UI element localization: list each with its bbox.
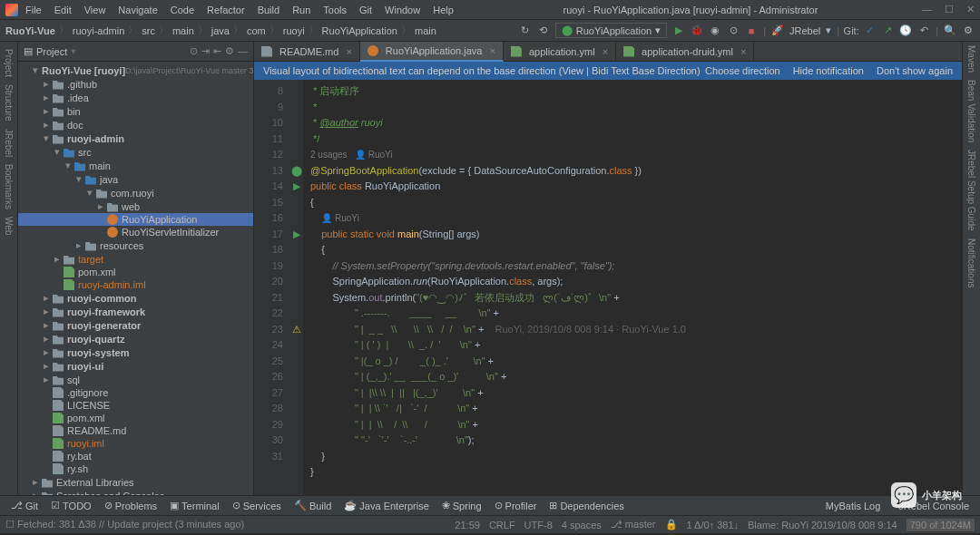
tree-node[interactable]: ▸web bbox=[18, 199, 253, 213]
status-lock-icon[interactable]: 🔒 bbox=[665, 519, 678, 530]
breadcrumb-item[interactable]: com bbox=[247, 25, 266, 36]
git-history-icon[interactable]: 🕓 bbox=[899, 24, 912, 37]
debug-icon[interactable]: 🐞 bbox=[691, 24, 703, 37]
breadcrumb-item[interactable]: RuoYiApplication bbox=[322, 25, 397, 36]
breadcrumb[interactable]: RuoYi-Vue〉ruoyi-admin〉src〉main〉java〉com〉… bbox=[5, 24, 436, 37]
git-icon[interactable]: Git: bbox=[845, 24, 858, 37]
tool-profiler[interactable]: ⊙Profiler bbox=[489, 498, 543, 513]
breadcrumb-item[interactable]: src bbox=[142, 25, 155, 36]
close-icon[interactable]: ✕ bbox=[966, 4, 975, 15]
menu-git[interactable]: Git bbox=[354, 3, 377, 17]
status-encoding[interactable]: UTF-8 bbox=[524, 520, 553, 530]
tab-application-druid.yml[interactable]: application-druid.yml× bbox=[616, 42, 754, 62]
close-tab-icon[interactable]: × bbox=[489, 45, 495, 56]
tree-node[interactable]: ruoyi-admin.iml bbox=[18, 278, 253, 291]
tree-node[interactable]: RuoYiApplication bbox=[18, 213, 253, 226]
menu-build[interactable]: Build bbox=[252, 3, 285, 17]
close-tab-icon[interactable]: × bbox=[740, 46, 746, 57]
menu-refactor[interactable]: Refactor bbox=[201, 3, 250, 17]
status-pos[interactable]: 21:59 bbox=[455, 520, 480, 530]
code-editor[interactable]: 8910111213141516171819202122232425262728… bbox=[254, 80, 962, 495]
project-tree[interactable]: ▾RuoYi-Vue [ruoyi] D:\java\Project\RuoYi… bbox=[18, 62, 253, 495]
code-content[interactable]: * 启动程序 * * @author ruoyi */2 usages 👤 Ru… bbox=[303, 80, 962, 495]
collapse-icon[interactable]: ⇤ bbox=[213, 45, 221, 57]
git-revert-icon[interactable]: ↶ bbox=[917, 24, 930, 37]
tree-node[interactable]: ▸.idea bbox=[18, 91, 253, 104]
menu-tools[interactable]: Tools bbox=[318, 3, 352, 17]
breadcrumb-item[interactable]: main bbox=[172, 25, 194, 36]
tree-node[interactable]: ▸target bbox=[18, 252, 253, 266]
status-branch[interactable]: ⎇ master bbox=[611, 519, 656, 530]
tool-mybatis-log[interactable]: MyBatis Log bbox=[820, 499, 887, 513]
maximize-icon[interactable]: ☐ bbox=[945, 4, 954, 15]
status-blame[interactable]: Blame: RuoYi 2019/10/8 008 9:14 bbox=[748, 520, 897, 530]
tab-README.md[interactable]: README.md× bbox=[254, 42, 360, 62]
info-link[interactable]: Choose direction bbox=[705, 65, 780, 76]
tree-node[interactable]: ▾com.ruoyi bbox=[18, 186, 253, 199]
status-sync[interactable]: 1 Δ/0↑ 381↓ bbox=[687, 520, 740, 530]
gutter-web[interactable]: Web bbox=[4, 217, 14, 235]
tool-spring[interactable]: ❀Spring bbox=[436, 498, 487, 513]
gutter-maven[interactable]: Maven bbox=[966, 45, 976, 73]
breadcrumb-item[interactable]: java bbox=[211, 25, 230, 36]
close-tab-icon[interactable]: × bbox=[346, 46, 351, 57]
status-indent[interactable]: 4 spaces bbox=[562, 520, 602, 530]
update-icon[interactable]: ↻ bbox=[519, 24, 532, 37]
tree-node[interactable]: ▸sql bbox=[18, 373, 253, 386]
gutter-jrebel[interactable]: JRebel bbox=[4, 129, 14, 157]
tree-node[interactable]: RuoYiServletInitializer bbox=[18, 226, 253, 238]
tree-node[interactable]: ▾RuoYi-Vue [ruoyi] D:\java\Project\RuoYi… bbox=[18, 63, 253, 77]
minimize-icon[interactable]: — bbox=[922, 4, 932, 15]
project-tab-label[interactable]: Project bbox=[36, 46, 67, 57]
stop-icon[interactable]: ■ bbox=[745, 24, 758, 37]
tree-node[interactable]: ▸Scratches and Consoles bbox=[18, 489, 253, 495]
tree-node[interactable]: ▸doc bbox=[18, 118, 253, 131]
menu-view[interactable]: View bbox=[79, 3, 112, 17]
close-tab-icon[interactable]: × bbox=[603, 46, 608, 57]
tree-node[interactable]: ▾java bbox=[18, 172, 253, 186]
tree-node[interactable]: ruoyi.iml bbox=[18, 437, 253, 450]
status-linesep[interactable]: CRLF bbox=[489, 520, 515, 530]
tree-node[interactable]: ▸ruoyi-system bbox=[18, 345, 253, 359]
menu-file[interactable]: File bbox=[20, 3, 47, 17]
run-config-selector[interactable]: ⬤ RuoYiApplication ▾ bbox=[555, 23, 667, 38]
search-icon[interactable]: 🔍 bbox=[944, 24, 956, 37]
run-icon[interactable]: ▶ bbox=[672, 24, 685, 37]
status-memory[interactable]: 790 of 1024M bbox=[906, 519, 975, 531]
tree-node[interactable]: ▸bin bbox=[18, 104, 253, 118]
tree-node[interactable]: ▸resources bbox=[18, 238, 253, 252]
tool-todo[interactable]: ☑TODO bbox=[45, 498, 97, 513]
info-link[interactable]: Hide notification bbox=[793, 65, 864, 76]
menu-navigate[interactable]: Navigate bbox=[113, 3, 162, 17]
tree-node[interactable]: pom.xml bbox=[18, 266, 253, 278]
tree-node[interactable]: README.md bbox=[18, 424, 253, 437]
status-fetch[interactable]: ☐ Fetched: 381 Δ38 // Update project (3 … bbox=[5, 519, 244, 530]
menu-edit[interactable]: Edit bbox=[49, 3, 77, 17]
info-link[interactable]: Don't show again bbox=[877, 65, 953, 76]
profile-icon[interactable]: ⊙ bbox=[727, 24, 740, 37]
breadcrumb-item[interactable]: ruoyi-admin bbox=[73, 25, 124, 36]
settings-icon[interactable]: ⚙ bbox=[962, 24, 975, 37]
gutter-notifications[interactable]: Notifications bbox=[966, 238, 976, 287]
tree-node[interactable]: ry.bat bbox=[18, 450, 253, 462]
tree-node[interactable]: ▸ruoyi-ui bbox=[18, 359, 253, 373]
tree-node[interactable]: ▾main bbox=[18, 159, 253, 172]
git-push-icon[interactable]: ↗ bbox=[881, 24, 894, 37]
tool-terminal[interactable]: ▣Terminal bbox=[164, 498, 225, 513]
sync-icon[interactable]: ⟲ bbox=[537, 24, 550, 37]
gutter-bookmarks[interactable]: Bookmarks bbox=[4, 164, 14, 209]
tree-node[interactable]: ▾ruoyi-admin bbox=[18, 131, 253, 145]
tab-application.yml[interactable]: application.yml× bbox=[504, 42, 616, 62]
tree-node[interactable]: ▸External Libraries bbox=[18, 475, 253, 489]
tab-RuoYiApplication.java[interactable]: RuoYiApplication.java× bbox=[360, 42, 504, 62]
gutter-project[interactable]: Project bbox=[4, 49, 14, 77]
tool-git[interactable]: ⎇Git bbox=[5, 498, 44, 513]
tree-node[interactable]: ▸ruoyi-quartz bbox=[18, 332, 253, 345]
select-opened-icon[interactable]: ⊙ bbox=[190, 45, 198, 57]
tool-build[interactable]: 🔨Build bbox=[289, 498, 337, 513]
gutter-jrebel-setup-guide[interactable]: JRebel Setup Guide bbox=[966, 150, 976, 231]
git-pull-icon[interactable]: ✓ bbox=[863, 24, 876, 37]
jrebel-icon[interactable]: 🚀 bbox=[771, 24, 784, 37]
breadcrumb-item[interactable]: ruoyi bbox=[283, 25, 305, 36]
hide-icon[interactable]: — bbox=[238, 45, 248, 57]
